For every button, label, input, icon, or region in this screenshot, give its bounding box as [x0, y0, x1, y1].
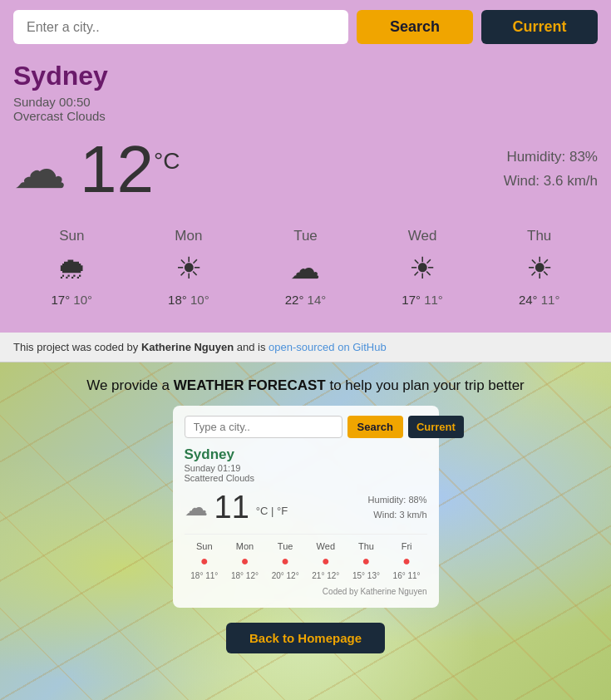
- mini-description: Scattered Clouds: [185, 473, 427, 483]
- wind-display: Wind: 3.6 km/h: [504, 170, 598, 194]
- mini-forecast-day-name: Fri: [402, 541, 412, 551]
- mini-forecast-icon: ●: [241, 554, 249, 569]
- mini-forecast-temps: 18° 11°: [190, 571, 218, 580]
- map-tagline: We provide a WEATHER FORECAST to help yo…: [0, 362, 611, 406]
- footer-text-before: This project was coded by: [13, 341, 141, 353]
- forecast-temps: 17° 11°: [402, 293, 443, 307]
- mini-date: Sunday 01:19: [185, 463, 427, 473]
- mini-forecast-day: Fri ● 16° 11°: [393, 541, 421, 580]
- forecast-day-name: Sun: [59, 228, 84, 244]
- mini-credit: Coded by Katherine Nguyen: [185, 587, 427, 596]
- github-link[interactable]: open-sourced on GitHub: [269, 341, 387, 353]
- current-button[interactable]: Current: [481, 10, 598, 44]
- temperature-display: 12°C: [80, 136, 180, 203]
- forecast-row: Sun 🌧 17° 10° Mon ☀ 18° 10° Tue ☁ 22° 14…: [13, 228, 598, 307]
- forecast-day: Thu ☀ 24° 11°: [519, 228, 560, 307]
- mini-forecast-day: Wed ● 21° 12°: [312, 541, 339, 580]
- mini-city-input[interactable]: [185, 416, 342, 438]
- mini-forecast-temps: 18° 12°: [231, 571, 259, 580]
- city-input[interactable]: [13, 10, 348, 44]
- forecast-icon: ☁: [290, 251, 320, 286]
- map-section: We provide a WEATHER FORECAST to help yo…: [0, 362, 611, 700]
- forecast-day: Wed ☀ 17° 11°: [402, 228, 443, 307]
- mini-forecast-day: Mon ● 18° 12°: [231, 541, 259, 580]
- mini-humidity: Humidity: 88%: [368, 493, 427, 508]
- mini-details: Humidity: 88% Wind: 3 km/h: [368, 493, 427, 522]
- forecast-temps: 18° 10°: [168, 293, 209, 307]
- mini-forecast-day-name: Thu: [358, 541, 374, 551]
- city-name: Sydney: [13, 61, 598, 91]
- mini-forecast-day: Thu ● 15° 13°: [352, 541, 380, 580]
- forecast-temps: 24° 11°: [519, 293, 560, 307]
- forecast-day-name: Wed: [408, 228, 437, 244]
- mini-forecast-icon: ●: [281, 554, 289, 569]
- forecast-day: Sun 🌧 17° 10°: [52, 228, 93, 307]
- mini-city-name: Sydney: [185, 446, 427, 463]
- mini-forecast-day: Sun ● 18° 11°: [190, 541, 218, 580]
- forecast-day-name: Thu: [527, 228, 551, 244]
- current-weather-panel: ☁ 12°C Humidity: 83% Wind: 3.6 km/h: [13, 136, 598, 203]
- temp-icon-group: ☁ 12°C: [13, 136, 180, 203]
- forecast-day: Mon ☀ 18° 10°: [168, 228, 209, 307]
- mini-forecast-temps: 15° 13°: [352, 571, 380, 580]
- search-button[interactable]: Search: [357, 10, 473, 44]
- temp-unit: °C: [154, 148, 180, 174]
- mini-weather-card: Search Current Sydney Sunday 01:19 Scatt…: [173, 406, 439, 608]
- mini-forecast-day-name: Wed: [317, 541, 335, 551]
- forecast-icon: ☀: [409, 251, 436, 286]
- forecast-temps: 22° 14°: [285, 293, 327, 307]
- weather-description: Overcast Clouds: [13, 109, 598, 123]
- forecast-icon: 🌧: [57, 251, 86, 286]
- top-section: Search Current Sydney Sunday 00:50 Overc…: [0, 0, 611, 333]
- footer-text-after: and is: [234, 341, 269, 353]
- back-to-homepage-button[interactable]: Back to Homepage: [226, 623, 385, 653]
- mini-temperature: 11: [214, 490, 249, 525]
- mini-forecast-day-name: Sun: [196, 541, 213, 551]
- mini-weather-row: ☁ 11 °C | °F Humidity: 88% Wind: 3 km/h: [185, 490, 427, 525]
- forecast-day: Tue ☁ 22° 14°: [285, 228, 327, 307]
- forecast-temps: 17° 10°: [52, 293, 93, 307]
- mini-current-button[interactable]: Current: [408, 416, 464, 438]
- mini-forecast-temps: 20° 12°: [272, 571, 299, 580]
- footer-strip: This project was coded by Katherine Nguy…: [0, 333, 611, 362]
- cloud-icon: ☁: [13, 139, 67, 200]
- humidity-display: Humidity: 83%: [504, 145, 598, 170]
- mini-forecast-icon: ●: [200, 554, 209, 569]
- mini-forecast-day-name: Tue: [278, 541, 293, 551]
- mini-search-button[interactable]: Search: [347, 416, 403, 438]
- forecast-icon: ☀: [175, 251, 202, 286]
- weather-details: Humidity: 83% Wind: 3.6 km/h: [504, 145, 598, 194]
- mini-forecast-icon: ●: [402, 554, 411, 569]
- mini-forecast-day-name: Mon: [236, 541, 254, 551]
- date-time: Sunday 00:50: [13, 95, 598, 109]
- mini-wind: Wind: 3 km/h: [368, 508, 427, 523]
- mini-forecast-temps: 16° 11°: [393, 571, 421, 580]
- mini-temp-unit: °C | °F: [256, 505, 288, 517]
- mini-forecast-day: Tue ● 20° 12°: [272, 541, 299, 580]
- mini-cloud-icon: ☁: [185, 494, 208, 521]
- forecast-day-name: Mon: [175, 228, 202, 244]
- search-bar: Search Current: [13, 10, 598, 44]
- mini-forecast-temps: 21° 12°: [312, 571, 339, 580]
- forecast-icon: ☀: [526, 251, 553, 286]
- mini-search-bar: Search Current: [185, 416, 427, 438]
- mini-forecast-icon: ●: [322, 554, 330, 569]
- mini-temp-group: ☁ 11 °C | °F: [185, 490, 288, 525]
- forecast-day-name: Tue: [293, 228, 318, 244]
- mini-forecast-row: Sun ● 18° 11° Mon ● 18° 12° Tue ● 20° 12…: [185, 534, 427, 580]
- mini-forecast-icon: ●: [362, 554, 371, 569]
- back-btn-container: Back to Homepage: [0, 623, 611, 670]
- author-name: Katherine Nguyen: [141, 341, 234, 353]
